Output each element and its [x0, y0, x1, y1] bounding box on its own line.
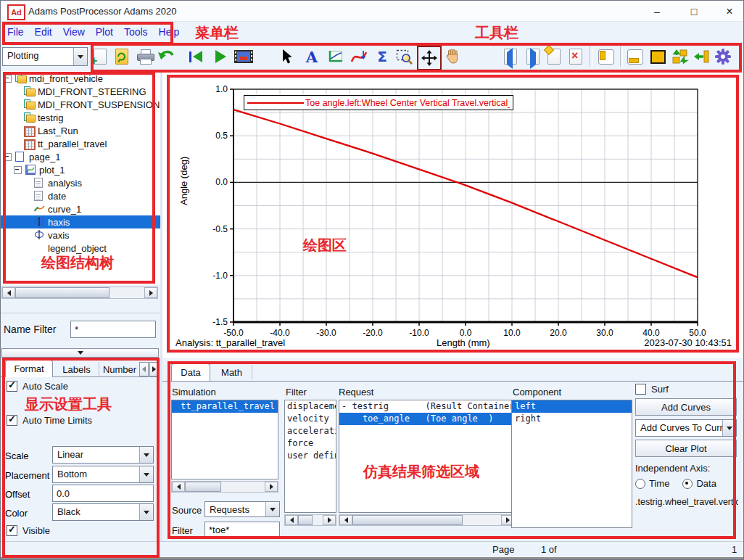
simulation-list[interactable]: tt_parallel_travel	[171, 400, 278, 479]
mode-selector-dropdown[interactable]: Plotting	[2, 47, 88, 66]
scroll-right-button[interactable]	[323, 515, 336, 525]
scroll-left-button[interactable]	[172, 482, 185, 492]
auto-scale-checkbox-row[interactable]: Auto Scale	[7, 381, 68, 392]
placement-dropdown[interactable]: Bottom	[52, 466, 154, 483]
add-curves-mode-dropdown[interactable]: Add Curves To Curren	[635, 419, 737, 437]
list-item[interactable]: acceleration	[285, 425, 336, 437]
math-sigma-tool-button[interactable]: Σ	[371, 46, 393, 67]
tab-scroll-left-button[interactable]	[139, 362, 149, 376]
plot-legend[interactable]: Toe angle.left:Wheel Center Vertical Tra…	[244, 95, 513, 110]
settings-button[interactable]	[712, 46, 734, 67]
list-item[interactable]: velocity	[285, 413, 336, 425]
animation-first-frame-button[interactable]	[185, 46, 207, 67]
undo-button[interactable]	[156, 46, 178, 67]
tree-item-vaxis[interactable]: vaxis	[1, 228, 160, 242]
list-item[interactable]: tt_parallel_travel	[172, 400, 278, 413]
tree-horizontal-scrollbar[interactable]	[1, 287, 158, 299]
load-plot-button[interactable]	[691, 46, 713, 67]
new-page-button[interactable]	[543, 46, 565, 67]
menu-plot[interactable]: Plot	[96, 26, 113, 38]
auto-time-limits-checkbox[interactable]	[7, 415, 17, 426]
new-session-button[interactable]: +	[89, 46, 111, 67]
tree-item-plot_1[interactable]: plot_1	[1, 163, 160, 176]
scroll-right-button[interactable]	[144, 287, 157, 298]
print-button[interactable]	[134, 46, 156, 67]
reload-button[interactable]	[111, 46, 133, 67]
tree-item-mdi_front_suspension[interactable]: MDI_FRONT_SUSPENSION	[1, 98, 160, 111]
tab-math[interactable]: Math	[212, 365, 252, 379]
tab-number[interactable]: Number	[101, 362, 139, 376]
tree-item-tt_parallel_travel[interactable]: tt_parallel_travel	[1, 137, 160, 150]
source-dropdown[interactable]: Requests	[204, 501, 280, 517]
list-item[interactable]: displacement	[285, 400, 336, 413]
tree-item-testrig[interactable]: testrig	[1, 111, 160, 124]
text-tool-button[interactable]: A	[301, 46, 323, 67]
scroll-left-button[interactable]	[285, 515, 298, 525]
menu-file[interactable]: File	[7, 26, 24, 38]
time-radio[interactable]	[635, 479, 645, 489]
surf-checkbox[interactable]	[635, 384, 646, 395]
filter-list[interactable]: displacementvelocityaccelerationforceuse…	[284, 400, 336, 513]
previous-page-button[interactable]	[500, 46, 521, 67]
tree-item-mdi_front_steering[interactable]: MDI_FRONT_STEERING	[1, 85, 160, 98]
color-dropdown[interactable]: Black	[52, 503, 154, 521]
auto-scale-checkbox[interactable]	[7, 381, 17, 392]
menu-help[interactable]: Help	[159, 26, 180, 38]
data-radio[interactable]	[682, 479, 693, 489]
simulation-scrollbar[interactable]	[171, 481, 278, 493]
scale-dropdown[interactable]: Linear	[52, 446, 154, 464]
zoom-region-tool-button[interactable]	[394, 46, 416, 67]
curve-edit-tool-button[interactable]	[348, 46, 370, 67]
animation-record-button[interactable]	[233, 46, 255, 67]
menu-view[interactable]: View	[63, 26, 85, 38]
tab-labels[interactable]: Labels	[54, 362, 99, 376]
swap-view-button[interactable]	[669, 46, 691, 67]
close-button[interactable]: ×	[719, 4, 740, 19]
menu-tools[interactable]: Tools	[124, 26, 148, 38]
clear-plot-button[interactable]: Clear Plot	[635, 440, 737, 457]
scrollbar-thumb[interactable]	[15, 287, 109, 298]
scroll-left-button[interactable]	[339, 515, 352, 525]
add-curves-button[interactable]: Add Curves	[635, 398, 737, 416]
filter-input[interactable]	[204, 522, 280, 538]
request-list[interactable]: - testrig (Result Container toe_angle (T…	[339, 400, 515, 513]
next-page-button[interactable]	[522, 46, 544, 67]
tree-item-last_run[interactable]: Last_Run	[1, 124, 160, 137]
tree-item-curve_1[interactable]: curve_1	[1, 202, 160, 215]
list-item[interactable]: force	[285, 437, 336, 450]
scroll-right-button[interactable]	[265, 482, 278, 492]
tab-scroll-right-button[interactable]	[149, 362, 159, 376]
tree-expander-icon[interactable]	[14, 166, 22, 174]
minimize-button[interactable]: –	[646, 4, 668, 19]
offset-input[interactable]	[52, 485, 154, 502]
select-tool-button[interactable]	[275, 46, 297, 67]
request-scrollbar[interactable]	[339, 514, 515, 526]
plot-chart[interactable]: -50.0-40.0-30.0-20.0-10.00.010.020.030.0…	[162, 71, 744, 358]
tree-expander-icon[interactable]	[4, 153, 12, 161]
auto-time-limits-checkbox-row[interactable]: Auto Time Limits	[7, 415, 92, 426]
filter-scrollbar[interactable]	[284, 514, 336, 526]
pan-tool-button[interactable]	[442, 46, 463, 67]
tab-format[interactable]: Format	[5, 360, 53, 377]
toggle-treeview-button[interactable]	[595, 46, 617, 67]
toggle-dashboard-button[interactable]	[624, 46, 646, 67]
visible-checkbox-row[interactable]: Visible	[7, 525, 50, 536]
name-filter-input[interactable]	[70, 321, 156, 338]
list-item[interactable]: left	[512, 400, 632, 413]
list-item[interactable]: user defined	[285, 450, 336, 462]
tree-item-haxis[interactable]: haxis	[1, 215, 160, 228]
collapse-tree-button[interactable]	[1, 348, 159, 358]
delete-page-button[interactable]: ×	[565, 46, 587, 67]
list-item[interactable]: - testrig (Result Container	[339, 400, 514, 413]
tree-item-page_1[interactable]: page_1	[1, 150, 160, 163]
list-item[interactable]: right	[512, 413, 632, 425]
plot-display-options-button[interactable]	[325, 46, 347, 67]
menu-edit[interactable]: Edit	[35, 26, 52, 38]
page-layout-button[interactable]	[647, 46, 669, 67]
tree-item-date[interactable]: date	[1, 189, 160, 202]
animation-play-button[interactable]	[210, 46, 231, 67]
maximize-button[interactable]: □	[683, 4, 705, 19]
tab-data[interactable]: Data	[171, 363, 210, 381]
component-list[interactable]: leftright	[511, 400, 632, 528]
tree-expander-icon[interactable]	[4, 75, 12, 83]
